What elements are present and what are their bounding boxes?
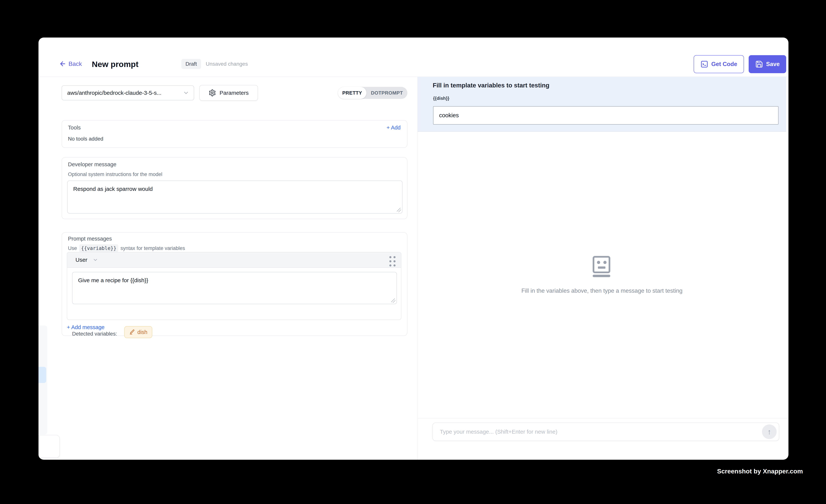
watermark-text: Screenshot by Xnapper.com [717,467,803,475]
gear-icon [209,89,216,97]
screenshot-canvas: Back New prompt Draft Unsaved changes Ge… [0,0,826,504]
hint-suffix: syntax for template variables [121,245,185,251]
robot-face-icon [593,256,610,273]
corner-popover [39,435,60,458]
pencil-icon [129,329,135,335]
empty-state-text: Fill in the variables above, then type a… [418,288,786,294]
model-select[interactable]: aws/anthropic/bedrock-claude-3-5-s... [62,85,194,101]
tools-card: Tools + Add No tools added [62,120,407,148]
resize-handle-icon[interactable] [397,208,401,212]
developer-message-title: Developer message [68,162,116,168]
dish-variable-input[interactable] [433,106,778,125]
message-field-wrap: Give me a recipe for {{dish}} [72,272,397,304]
arrow-up-icon: ↑ [767,428,771,436]
back-button[interactable]: Back [59,59,82,69]
message-block: User Give me a recipe for {{dish}} Detec… [67,252,401,320]
add-message-button[interactable]: + Add message [67,324,105,330]
add-tool-button[interactable]: + Add [387,125,401,131]
tools-title: Tools [68,125,81,131]
drag-handle-icon[interactable] [389,256,396,267]
parameters-label: Parameters [220,90,248,96]
save-label: Save [766,61,780,68]
variable-badge-label: dish [137,329,148,335]
variable-badge-dish[interactable]: dish [124,326,152,338]
unsaved-changes-text: Unsaved changes [206,59,248,69]
variable-syntax-chip: {{variable}} [79,244,118,252]
get-code-label: Get Code [711,61,737,68]
get-code-button[interactable]: Get Code [694,55,744,73]
app-window: Back New prompt Draft Unsaved changes Ge… [39,38,788,460]
hint-prefix: Use [68,245,77,251]
prompt-messages-hint: Use {{variable}} syntax for template var… [68,244,185,252]
dish-variable-label: {{dish}} [433,96,450,101]
page-title: New prompt [92,59,138,69]
tools-empty-text: No tools added [68,136,103,142]
developer-message-field-wrap: Respond as jack sparrow would [67,181,403,213]
robot-base-icon [593,275,610,277]
model-select-value: aws/anthropic/bedrock-claude-3-5-s... [67,90,162,96]
chat-input-divider [418,418,788,419]
send-button[interactable]: ↑ [762,425,777,439]
chevron-down-icon[interactable] [93,257,98,263]
parameters-button[interactable]: Parameters [199,85,258,101]
save-button[interactable]: Save [749,55,786,73]
sidebar-selected-item[interactable] [39,367,46,383]
panel-divider [417,77,418,460]
toggle-dotprompt[interactable]: DOTPROMPT [366,87,407,99]
status-badge: Draft [181,59,201,69]
chat-message-input[interactable] [433,423,762,440]
terminal-icon [700,60,708,68]
toggle-pretty[interactable]: PRETTY [338,87,366,99]
detected-variables-label: Detected variables: [72,331,117,337]
developer-message-subtitle: Optional system instructions for the mod… [68,172,162,177]
save-icon [755,60,763,68]
prompt-messages-title: Prompt messages [68,236,112,242]
message-header: User [67,252,401,268]
developer-message-textarea[interactable]: Respond as jack sparrow would [67,181,403,213]
role-select-value[interactable]: User [75,257,87,263]
view-mode-toggle: PRETTY DOTPROMPT [338,87,407,99]
back-label: Back [68,60,82,67]
arrow-left-icon [59,60,66,67]
resize-handle-icon[interactable] [391,299,395,303]
developer-message-card: Developer message Optional system instru… [62,157,407,219]
message-textarea[interactable]: Give me a recipe for {{dish}} [72,272,397,304]
chat-input-container: ↑ [432,423,779,441]
test-panel-title: Fill in template variables to start test… [433,82,549,89]
chevron-down-icon [183,90,189,96]
